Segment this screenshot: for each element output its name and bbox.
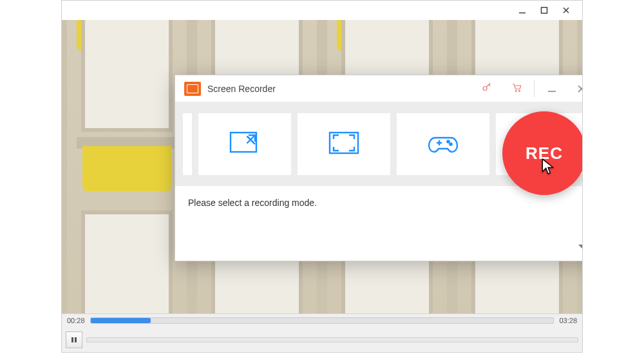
- chevron-down-icon: [577, 241, 582, 252]
- screen-recorder-logo-icon: [184, 82, 201, 96]
- svg-rect-10: [71, 337, 73, 342]
- custom-area-icon: [227, 127, 263, 161]
- svg-rect-11: [75, 337, 77, 342]
- record-button[interactable]: REC: [502, 111, 582, 195]
- player-controls: 00:28 03:28: [62, 313, 582, 352]
- pause-button[interactable]: [66, 331, 82, 348]
- record-button-label: REC: [526, 144, 563, 163]
- video-area[interactable]: Screen Recorder: [62, 20, 582, 313]
- recorder-close-button[interactable]: [567, 75, 582, 102]
- recorder-titlebar: Screen Recorder: [175, 75, 582, 102]
- mode-game-button[interactable]: [397, 113, 489, 175]
- fullscreen-icon: [326, 127, 362, 161]
- svg-rect-1: [542, 8, 547, 14]
- seek-bar-fill: [91, 318, 151, 323]
- recorder-title: Screen Recorder: [207, 84, 276, 94]
- time-current: 00:28: [67, 317, 85, 324]
- svg-point-8: [447, 140, 449, 142]
- recorder-hint-text: Please select a recording mode.: [175, 186, 582, 219]
- minimize-button[interactable]: [511, 1, 533, 19]
- close-button[interactable]: [555, 1, 577, 19]
- volume-slider[interactable]: [86, 337, 578, 342]
- player-titlebar: [62, 1, 582, 20]
- key-icon: [481, 82, 493, 96]
- seek-bar[interactable]: [90, 317, 554, 324]
- mode-scroll-left[interactable]: [183, 113, 192, 175]
- gamepad-icon: [425, 127, 461, 161]
- media-player-window: Screen Recorder: [61, 0, 583, 353]
- svg-point-3: [515, 90, 516, 91]
- mode-fullscreen-button[interactable]: [298, 113, 390, 175]
- mode-custom-area-button[interactable]: [198, 113, 291, 175]
- maximize-button[interactable]: [533, 1, 555, 19]
- expand-options-button[interactable]: [577, 241, 582, 253]
- shop-button[interactable]: [502, 75, 531, 102]
- svg-point-2: [483, 86, 487, 90]
- svg-point-9: [450, 143, 451, 145]
- time-total: 03:28: [559, 317, 577, 324]
- pause-icon: [71, 334, 77, 346]
- svg-point-4: [519, 90, 520, 91]
- recorder-minimize-button[interactable]: [537, 75, 567, 102]
- screen-recorder-dialog: Screen Recorder: [175, 75, 582, 261]
- cart-icon: [511, 82, 522, 96]
- license-key-button[interactable]: [472, 75, 502, 102]
